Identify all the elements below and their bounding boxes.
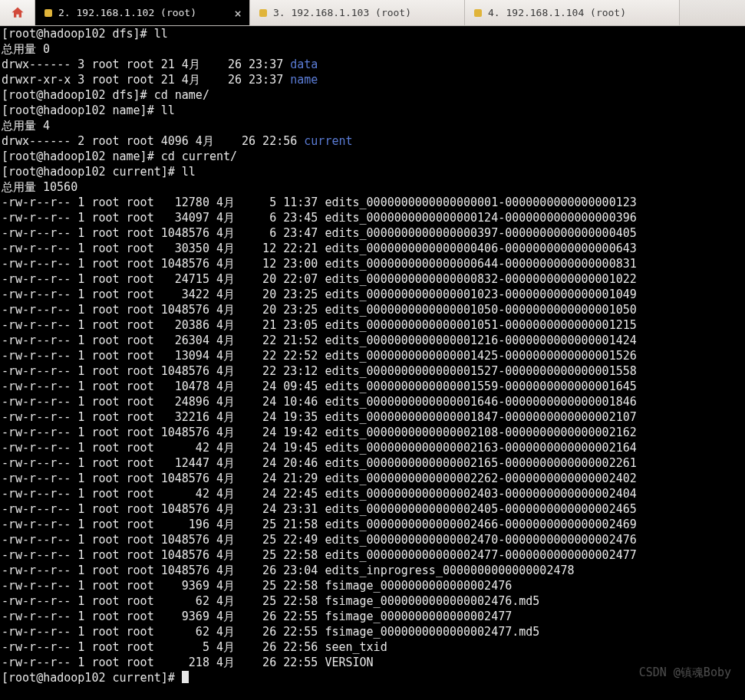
ls-row: -rw-r--r-- 1 root root 1048576 4月 24 19:… — [2, 425, 743, 440]
file-name: edits_0000000000000001023-00000000000000… — [325, 288, 636, 301]
home-button[interactable] — [0, 0, 35, 25]
file-name: edits_inprogress_0000000000000002478 — [325, 564, 574, 577]
tab-bar: 2. 192.168.1.102 (root) × 3. 192.168.1.1… — [0, 0, 745, 26]
directory-name: current — [304, 134, 352, 148]
total-line: 总用量 10560 — [2, 179, 743, 195]
ls-row: -rw-r--r-- 1 root root 26304 4月 22 21:52… — [2, 333, 743, 348]
ls-row: drwx------ 3 root root 21 4月 26 23:37 da… — [2, 57, 743, 72]
file-name: fsimage_0000000000000002477 — [325, 610, 512, 623]
file-name: edits_0000000000000001216-00000000000000… — [325, 334, 636, 347]
file-name: edits_0000000000000002403-00000000000000… — [325, 487, 636, 501]
ls-row: -rw-r--r-- 1 root root 5 4月 26 22:56 see… — [2, 639, 743, 655]
ls-row: -rw-r--r-- 1 root root 1048576 4月 24 21:… — [2, 471, 743, 486]
ls-row: -rw-r--r-- 1 root root 1048576 4月 25 22:… — [2, 547, 743, 563]
ls-row: -rw-r--r-- 1 root root 20386 4月 21 23:05… — [2, 317, 743, 333]
ls-row: -rw-r--r-- 1 root root 42 4月 24 19:45 ed… — [2, 440, 743, 455]
file-name: edits_0000000000000001425-00000000000000… — [325, 349, 636, 363]
ls-row: -rw-r--r-- 1 root root 13094 4月 22 22:52… — [2, 348, 743, 363]
ls-row: -rw-r--r-- 1 root root 1048576 4月 25 22:… — [2, 532, 743, 547]
ls-row: -rw-r--r-- 1 root root 1048576 4月 6 23:4… — [2, 225, 743, 241]
prompt-line: [root@hadoop102 current]# ll — [2, 164, 743, 179]
prompt-line: [root@hadoop102 current]# — [2, 670, 743, 685]
ls-row: -rw-r--r-- 1 root root 30350 4月 12 22:21… — [2, 241, 743, 256]
terminal-output[interactable]: [root@hadoop102 dfs]# ll总用量 0drwx------ … — [0, 26, 745, 687]
file-name: edits_0000000000000001559-00000000000000… — [325, 380, 636, 393]
ls-row: -rw-r--r-- 1 root root 24715 4月 20 22:07… — [2, 271, 743, 287]
ls-row: -rw-r--r-- 1 root root 10478 4月 24 09:45… — [2, 379, 743, 394]
ls-row: -rw-r--r-- 1 root root 1048576 4月 24 23:… — [2, 501, 743, 517]
file-name: edits_0000000000000001050-00000000000000… — [325, 303, 636, 317]
tab-2[interactable]: 3. 192.168.1.103 (root) — [250, 0, 465, 25]
ls-row: drwx------ 2 root root 4096 4月 26 22:56 … — [2, 133, 743, 149]
prompt-line: [root@hadoop102 dfs]# cd name/ — [2, 87, 743, 103]
ls-row: -rw-r--r-- 1 root root 1048576 4月 20 23:… — [2, 302, 743, 317]
ls-row: -rw-r--r-- 1 root root 12447 4月 24 20:46… — [2, 455, 743, 471]
directory-name: name — [290, 73, 318, 87]
terminal-icon — [45, 9, 52, 17]
file-name: fsimage_0000000000000002476.md5 — [325, 594, 539, 608]
file-name: fsimage_0000000000000002477.md5 — [325, 625, 539, 639]
ls-row: -rw-r--r-- 1 root root 1048576 4月 22 23:… — [2, 363, 743, 379]
file-name: edits_0000000000000000124-00000000000000… — [325, 211, 636, 225]
ls-row: -rw-r--r-- 1 root root 62 4月 26 22:55 fs… — [2, 624, 743, 639]
file-name: edits_0000000000000002163-00000000000000… — [325, 441, 636, 455]
file-name: edits_0000000000000000406-00000000000000… — [325, 242, 636, 255]
ls-row: -rw-r--r-- 1 root root 62 4月 25 22:58 fs… — [2, 593, 743, 609]
ls-row: -rw-r--r-- 1 root root 1048576 4月 26 23:… — [2, 563, 743, 578]
file-name: edits_0000000000000000644-00000000000000… — [325, 257, 636, 271]
home-icon — [10, 5, 25, 21]
ls-row: drwxr-xr-x 3 root root 21 4月 26 23:37 na… — [2, 72, 743, 87]
file-name: edits_0000000000000002470-00000000000000… — [325, 533, 636, 547]
cursor — [182, 671, 189, 683]
tab-1[interactable]: 2. 192.168.1.102 (root) × — [35, 0, 250, 25]
tab-3[interactable]: 4. 192.168.1.104 (root) — [465, 0, 680, 25]
prompt-line: [root@hadoop102 name]# cd current/ — [2, 149, 743, 164]
file-name: edits_0000000000000002477-00000000000000… — [325, 548, 636, 562]
directory-name: data — [290, 58, 318, 71]
ls-row: -rw-r--r-- 1 root root 42 4月 24 22:45 ed… — [2, 486, 743, 501]
ls-row: -rw-r--r-- 1 root root 3422 4月 20 23:25 … — [2, 287, 743, 302]
file-name: edits_0000000000000000397-00000000000000… — [325, 226, 636, 240]
file-name: edits_0000000000000002405-00000000000000… — [325, 502, 636, 516]
ls-row: -rw-r--r-- 1 root root 1048576 4月 12 23:… — [2, 256, 743, 271]
ls-row: -rw-r--r-- 1 root root 12780 4月 5 11:37 … — [2, 195, 743, 210]
tab-label: 2. 192.168.1.102 (root) — [58, 7, 196, 18]
prompt-line: [root@hadoop102 name]# ll — [2, 103, 743, 118]
file-name: VERSION — [325, 656, 373, 669]
file-name: edits_0000000000000002108-00000000000000… — [325, 426, 636, 439]
file-name: edits_0000000000000001527-00000000000000… — [325, 364, 636, 378]
prompt-line: [root@hadoop102 dfs]# ll — [2, 26, 743, 41]
file-name: edits_0000000000000002262-00000000000000… — [325, 472, 636, 485]
terminal-icon — [474, 9, 482, 17]
ls-row: -rw-r--r-- 1 root root 9369 4月 25 22:58 … — [2, 578, 743, 593]
file-name: fsimage_0000000000000002476 — [325, 579, 512, 593]
tab-label: 3. 192.168.1.103 (root) — [273, 7, 411, 18]
file-name: edits_0000000000000000001-00000000000000… — [325, 196, 636, 209]
total-line: 总用量 4 — [2, 118, 743, 133]
file-name: seen_txid — [325, 640, 387, 654]
ls-row: -rw-r--r-- 1 root root 218 4月 26 22:55 V… — [2, 655, 743, 670]
total-line: 总用量 0 — [2, 41, 743, 57]
ls-row: -rw-r--r-- 1 root root 32216 4月 24 19:35… — [2, 409, 743, 425]
file-name: edits_0000000000000002165-00000000000000… — [325, 456, 636, 470]
ls-row: -rw-r--r-- 1 root root 24896 4月 24 10:46… — [2, 394, 743, 409]
file-name: edits_0000000000000002466-00000000000000… — [325, 518, 636, 531]
terminal-icon — [259, 9, 267, 17]
file-name: edits_0000000000000001051-00000000000000… — [325, 318, 636, 332]
ls-row: -rw-r--r-- 1 root root 9369 4月 26 22:55 … — [2, 609, 743, 624]
ls-row: -rw-r--r-- 1 root root 196 4月 25 21:58 e… — [2, 517, 743, 532]
ls-row: -rw-r--r-- 1 root root 34097 4月 6 23:45 … — [2, 210, 743, 225]
tab-label: 4. 192.168.1.104 (root) — [488, 7, 626, 18]
file-name: edits_0000000000000001646-00000000000000… — [325, 395, 636, 409]
close-icon[interactable]: × — [234, 5, 242, 20]
file-name: edits_0000000000000000832-00000000000000… — [325, 272, 636, 286]
file-name: edits_0000000000000001847-00000000000000… — [325, 410, 636, 424]
